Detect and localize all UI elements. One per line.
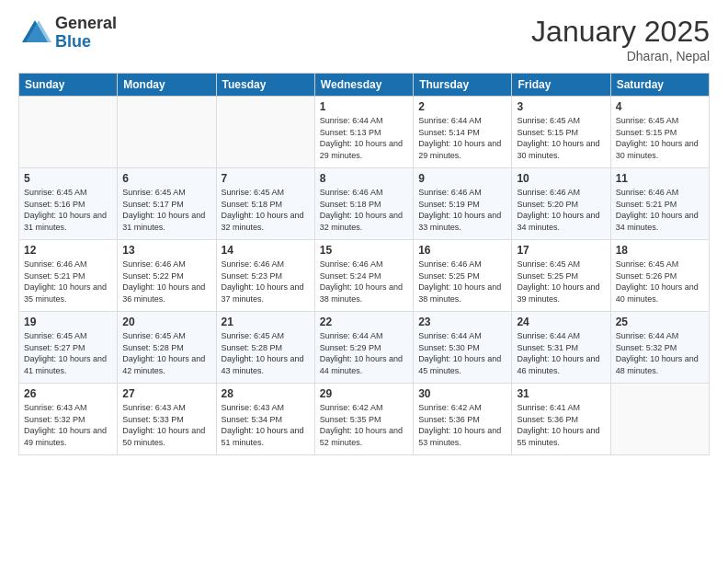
calendar-cell: 17Sunrise: 6:45 AM Sunset: 5:25 PM Dayli…	[512, 240, 610, 312]
day-number: 10	[517, 172, 605, 185]
calendar-cell: 29Sunrise: 6:42 AM Sunset: 5:35 PM Dayli…	[314, 384, 413, 455]
logo-general: General	[55, 15, 117, 33]
calendar-week-3: 12Sunrise: 6:46 AM Sunset: 5:21 PM Dayli…	[19, 240, 710, 312]
day-number: 6	[122, 172, 210, 185]
calendar-page: General Blue January 2025 Dharan, Nepal …	[0, 0, 728, 563]
day-info: Sunrise: 6:42 AM Sunset: 5:35 PM Dayligh…	[320, 402, 408, 448]
day-number: 29	[320, 387, 408, 400]
day-info: Sunrise: 6:46 AM Sunset: 5:18 PM Dayligh…	[320, 187, 408, 233]
logo-blue: Blue	[55, 33, 117, 52]
day-number: 30	[418, 387, 506, 400]
day-number: 21	[222, 316, 310, 328]
calendar-cell: 28Sunrise: 6:43 AM Sunset: 5:34 PM Dayli…	[216, 384, 314, 455]
day-number: 20	[122, 316, 210, 328]
header-saturday: Saturday	[610, 74, 709, 97]
weekday-header-row: Sunday Monday Tuesday Wednesday Thursday…	[19, 74, 710, 97]
day-info: Sunrise: 6:46 AM Sunset: 5:19 PM Dayligh…	[418, 187, 506, 233]
calendar-cell: 11Sunrise: 6:46 AM Sunset: 5:21 PM Dayli…	[610, 168, 709, 240]
calendar-cell: 20Sunrise: 6:45 AM Sunset: 5:28 PM Dayli…	[118, 312, 216, 384]
day-number: 17	[517, 244, 605, 257]
calendar-cell: 18Sunrise: 6:45 AM Sunset: 5:26 PM Dayli…	[610, 240, 709, 312]
calendar-cell: 12Sunrise: 6:46 AM Sunset: 5:21 PM Dayli…	[19, 240, 118, 312]
day-number: 2	[418, 100, 506, 113]
day-number: 8	[320, 172, 408, 185]
calendar-cell: 27Sunrise: 6:43 AM Sunset: 5:33 PM Dayli…	[118, 384, 216, 455]
day-number: 5	[24, 172, 112, 185]
day-number: 31	[517, 387, 605, 400]
day-info: Sunrise: 6:46 AM Sunset: 5:21 PM Dayligh…	[24, 259, 112, 304]
logo: General Blue	[18, 15, 117, 52]
day-info: Sunrise: 6:45 AM Sunset: 5:28 PM Dayligh…	[122, 330, 210, 376]
calendar-cell: 15Sunrise: 6:46 AM Sunset: 5:24 PM Dayli…	[314, 240, 413, 312]
day-number: 15	[320, 244, 408, 257]
day-number: 3	[517, 100, 605, 113]
day-number: 28	[222, 387, 310, 400]
day-info: Sunrise: 6:44 AM Sunset: 5:29 PM Dayligh…	[320, 330, 408, 376]
calendar-cell: 7Sunrise: 6:45 AM Sunset: 5:18 PM Daylig…	[216, 168, 314, 240]
calendar-cell: 6Sunrise: 6:45 AM Sunset: 5:17 PM Daylig…	[118, 168, 216, 240]
calendar-cell: 8Sunrise: 6:46 AM Sunset: 5:18 PM Daylig…	[314, 168, 413, 240]
calendar-week-1: 1Sunrise: 6:44 AM Sunset: 5:13 PM Daylig…	[19, 97, 710, 168]
day-number: 4	[616, 100, 704, 113]
day-number: 23	[418, 316, 506, 328]
day-info: Sunrise: 6:46 AM Sunset: 5:22 PM Dayligh…	[122, 259, 210, 304]
day-info: Sunrise: 6:45 AM Sunset: 5:27 PM Dayligh…	[24, 330, 112, 376]
calendar-cell: 16Sunrise: 6:46 AM Sunset: 5:25 PM Dayli…	[414, 240, 512, 312]
day-info: Sunrise: 6:45 AM Sunset: 5:16 PM Dayligh…	[24, 187, 112, 233]
day-info: Sunrise: 6:46 AM Sunset: 5:25 PM Dayligh…	[418, 259, 506, 304]
logo-text: General Blue	[55, 15, 117, 52]
day-info: Sunrise: 6:42 AM Sunset: 5:36 PM Dayligh…	[418, 402, 506, 448]
calendar-cell: 19Sunrise: 6:45 AM Sunset: 5:27 PM Dayli…	[19, 312, 118, 384]
day-info: Sunrise: 6:43 AM Sunset: 5:32 PM Dayligh…	[24, 402, 112, 448]
day-info: Sunrise: 6:44 AM Sunset: 5:13 PM Dayligh…	[320, 115, 408, 161]
calendar-cell: 14Sunrise: 6:46 AM Sunset: 5:23 PM Dayli…	[216, 240, 314, 312]
location: Dharan, Nepal	[531, 49, 710, 63]
day-number: 16	[418, 244, 506, 257]
day-info: Sunrise: 6:43 AM Sunset: 5:33 PM Dayligh…	[122, 402, 210, 448]
day-info: Sunrise: 6:45 AM Sunset: 5:15 PM Dayligh…	[517, 115, 605, 161]
calendar-cell: 13Sunrise: 6:46 AM Sunset: 5:22 PM Dayli…	[118, 240, 216, 312]
day-number: 22	[320, 316, 408, 328]
day-number: 11	[616, 172, 704, 185]
calendar-cell	[118, 97, 216, 168]
day-info: Sunrise: 6:46 AM Sunset: 5:20 PM Dayligh…	[517, 187, 605, 233]
day-number: 27	[122, 387, 210, 400]
calendar-cell: 31Sunrise: 6:41 AM Sunset: 5:36 PM Dayli…	[512, 384, 610, 455]
header-tuesday: Tuesday	[216, 74, 314, 97]
day-number: 9	[418, 172, 506, 185]
day-number: 24	[517, 316, 605, 328]
day-info: Sunrise: 6:44 AM Sunset: 5:30 PM Dayligh…	[418, 330, 506, 376]
page-header: General Blue January 2025 Dharan, Nepal	[18, 15, 710, 63]
day-info: Sunrise: 6:45 AM Sunset: 5:25 PM Dayligh…	[517, 259, 605, 304]
header-thursday: Thursday	[414, 74, 512, 97]
day-number: 12	[24, 244, 112, 257]
day-info: Sunrise: 6:41 AM Sunset: 5:36 PM Dayligh…	[517, 402, 605, 448]
calendar-cell	[19, 97, 118, 168]
calendar-cell: 1Sunrise: 6:44 AM Sunset: 5:13 PM Daylig…	[314, 97, 413, 168]
calendar-cell: 26Sunrise: 6:43 AM Sunset: 5:32 PM Dayli…	[19, 384, 118, 455]
calendar-week-4: 19Sunrise: 6:45 AM Sunset: 5:27 PM Dayli…	[19, 312, 710, 384]
calendar-cell: 25Sunrise: 6:44 AM Sunset: 5:32 PM Dayli…	[610, 312, 709, 384]
calendar-week-2: 5Sunrise: 6:45 AM Sunset: 5:16 PM Daylig…	[19, 168, 710, 240]
day-info: Sunrise: 6:45 AM Sunset: 5:18 PM Dayligh…	[222, 187, 310, 233]
title-section: January 2025 Dharan, Nepal	[531, 15, 710, 63]
logo-icon	[18, 17, 51, 50]
calendar-cell: 23Sunrise: 6:44 AM Sunset: 5:30 PM Dayli…	[414, 312, 512, 384]
month-title: January 2025	[531, 15, 710, 49]
day-info: Sunrise: 6:46 AM Sunset: 5:23 PM Dayligh…	[222, 259, 310, 304]
day-info: Sunrise: 6:44 AM Sunset: 5:32 PM Dayligh…	[616, 330, 704, 376]
calendar-cell	[216, 97, 314, 168]
calendar-cell: 30Sunrise: 6:42 AM Sunset: 5:36 PM Dayli…	[414, 384, 512, 455]
calendar-cell	[610, 384, 709, 455]
day-info: Sunrise: 6:43 AM Sunset: 5:34 PM Dayligh…	[222, 402, 310, 448]
header-wednesday: Wednesday	[314, 74, 413, 97]
day-number: 19	[24, 316, 112, 328]
calendar-cell: 5Sunrise: 6:45 AM Sunset: 5:16 PM Daylig…	[19, 168, 118, 240]
calendar-cell: 3Sunrise: 6:45 AM Sunset: 5:15 PM Daylig…	[512, 97, 610, 168]
day-number: 7	[222, 172, 310, 185]
calendar-cell: 22Sunrise: 6:44 AM Sunset: 5:29 PM Dayli…	[314, 312, 413, 384]
header-friday: Friday	[512, 74, 610, 97]
day-info: Sunrise: 6:45 AM Sunset: 5:26 PM Dayligh…	[616, 259, 704, 304]
calendar-cell: 2Sunrise: 6:44 AM Sunset: 5:14 PM Daylig…	[414, 97, 512, 168]
calendar-week-5: 26Sunrise: 6:43 AM Sunset: 5:32 PM Dayli…	[19, 384, 710, 455]
